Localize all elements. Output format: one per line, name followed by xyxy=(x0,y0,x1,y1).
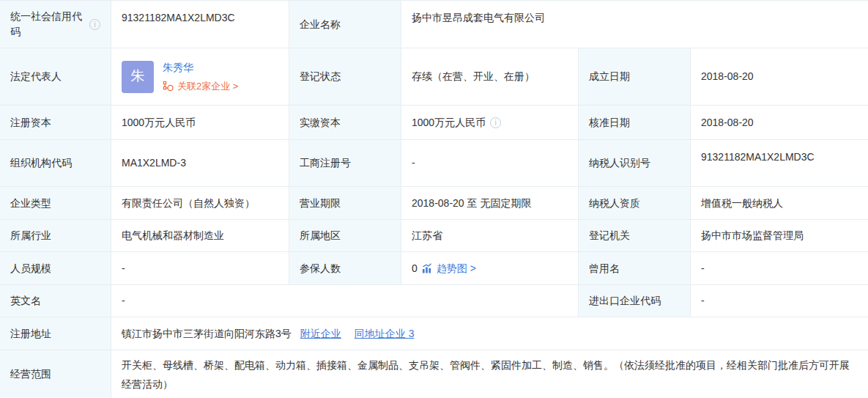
field-value-org-code: MA1X2LMD-3 xyxy=(111,140,289,187)
field-value-biz-scope: 开关柜、母线槽、桥架、配电箱、动力箱、插接箱、金属制品、支吊架、管阀件、紧固件加… xyxy=(111,350,868,398)
field-label-industry: 所属行业 xyxy=(0,220,111,252)
region-label: 所属地区 xyxy=(300,228,341,243)
biz-scope-value: 开关柜、母线槽、桥架、配电箱、动力箱、插接箱、金属制品、支吊架、管阀件、紧固件加… xyxy=(122,355,858,394)
reg-address-label: 注册地址 xyxy=(10,326,51,342)
former-name-label: 曾用名 xyxy=(589,261,620,276)
field-label-reg-capital: 注册资本 xyxy=(0,106,111,140)
field-value-reg-status: 存续（在营、开业、在册） xyxy=(401,48,579,106)
reg-authority-label: 登记机关 xyxy=(589,228,630,243)
industry-label: 所属行业 xyxy=(10,228,51,243)
field-value-region: 江苏省 xyxy=(401,220,579,252)
field-value-reg-authority: 扬中市市场监督管理局 xyxy=(691,220,868,252)
company-type-label: 企业类型 xyxy=(10,196,51,211)
field-value-import-export-code: - xyxy=(691,285,868,317)
english-name-value: - xyxy=(122,293,125,309)
field-value-biz-reg-no: - xyxy=(401,140,579,187)
field-label-credit-code: 统一社会信用代码 i xyxy=(0,1,111,48)
field-label-insured-count: 参保人数 xyxy=(289,252,401,285)
field-value-biz-term: 2018-08-20 至 无固定期限 xyxy=(401,187,579,220)
field-label-staff-size: 人员规模 xyxy=(0,252,111,285)
field-value-company-type: 有限责任公司（自然人独资） xyxy=(111,187,289,220)
field-value-approval-date: 2018-08-20 xyxy=(691,106,868,140)
paid-capital-label: 实缴资本 xyxy=(300,115,341,130)
field-label-company-name: 企业名称 xyxy=(289,1,401,48)
field-value-former-name: - xyxy=(691,252,868,285)
field-value-taxpayer-quality: 增值税一般纳税人 xyxy=(691,187,868,220)
biz-scope-label: 经营范围 xyxy=(10,366,51,382)
staff-size-value: - xyxy=(122,261,125,276)
reg-status-value: 存续（在营、开业、在册） xyxy=(412,69,535,84)
reg-capital-label: 注册资本 xyxy=(10,115,51,130)
field-value-taxpayer-id: 91321182MA1X2LMD3C xyxy=(691,140,868,187)
import-export-code-value: - xyxy=(701,293,705,309)
info-icon[interactable]: i xyxy=(490,117,501,128)
paid-capital-value: 1000万元人民币 xyxy=(412,115,486,130)
field-label-approval-date: 核准日期 xyxy=(579,106,691,140)
field-label-region: 所属地区 xyxy=(289,220,401,252)
field-label-biz-term: 营业期限 xyxy=(289,187,401,220)
reg-address-value: 镇江市扬中市三茅街道向阳河东路3号 xyxy=(122,326,292,342)
org-code-value: MA1X2LMD-3 xyxy=(122,155,186,171)
field-label-import-export-code: 进出口企业代码 xyxy=(579,285,691,317)
org-code-label: 组织机构代码 xyxy=(10,155,72,171)
establish-date-label: 成立日期 xyxy=(589,69,630,84)
field-label-english-name: 英文名 xyxy=(0,285,111,317)
biz-term-label: 营业期限 xyxy=(300,196,341,211)
biz-reg-no-label: 工商注册号 xyxy=(300,155,351,171)
field-label-biz-reg-no: 工商注册号 xyxy=(289,140,401,187)
field-label-biz-scope: 经营范围 xyxy=(0,350,111,398)
nearby-companies-link[interactable]: 附近企业 xyxy=(300,326,341,342)
related-companies-link[interactable]: 关联2家企业 > xyxy=(177,79,238,94)
field-value-insured-count: 0 趋势图 > xyxy=(401,252,579,285)
import-export-code-label: 进出口企业代码 xyxy=(589,293,661,309)
trend-chart-link[interactable]: 趋势图 > xyxy=(437,261,476,276)
reg-capital-value: 1000万元人民币 xyxy=(122,115,196,130)
legal-rep-name-link[interactable]: 朱秀华 xyxy=(163,60,238,75)
field-label-taxpayer-id: 纳税人识别号 xyxy=(579,140,691,187)
field-label-taxpayer-quality: 纳税人资质 xyxy=(579,187,691,220)
field-value-industry: 电气机械和器材制造业 xyxy=(111,220,289,252)
taxpayer-quality-value: 增值税一般纳税人 xyxy=(701,196,783,211)
field-value-reg-address: 镇江市扬中市三茅街道向阳河东路3号 附近企业 同地址企业 3 xyxy=(111,317,868,350)
field-label-reg-address: 注册地址 xyxy=(0,317,111,350)
credit-code-label: 统一社会信用代码 xyxy=(10,9,85,40)
industry-value: 电气机械和器材制造业 xyxy=(122,228,224,243)
credit-code-value: 91321182MA1X2LMD3C xyxy=(122,10,235,26)
taxpayer-id-value: 91321182MA1X2LMD3C xyxy=(701,150,815,165)
approval-date-label: 核准日期 xyxy=(589,115,630,130)
approval-date-value: 2018-08-20 xyxy=(701,115,754,130)
insured-count-value: 0 xyxy=(412,261,418,276)
taxpayer-quality-label: 纳税人资质 xyxy=(589,196,640,211)
legal-rep-avatar[interactable]: 朱 xyxy=(122,61,154,93)
english-name-label: 英文名 xyxy=(10,293,41,309)
info-icon[interactable]: i xyxy=(89,19,100,30)
field-value-english-name: - xyxy=(111,285,579,317)
company-name-value: 扬中市昱昂成套电气有限公司 xyxy=(412,10,545,26)
field-label-establish-date: 成立日期 xyxy=(579,48,691,106)
trend-chart-icon xyxy=(422,263,432,273)
field-label-legal-rep: 法定代表人 xyxy=(0,48,111,106)
field-value-establish-date: 2018-08-20 xyxy=(691,48,868,106)
related-companies-icon xyxy=(163,81,174,92)
former-name-value: - xyxy=(701,261,705,276)
establish-date-value: 2018-08-20 xyxy=(701,69,754,84)
staff-size-label: 人员规模 xyxy=(10,261,51,276)
field-label-reg-status: 登记状态 xyxy=(289,48,401,106)
field-label-org-code: 组织机构代码 xyxy=(0,140,111,187)
field-label-paid-capital: 实缴资本 xyxy=(289,106,401,140)
field-value-company-name: 扬中市昱昂成套电气有限公司 xyxy=(401,1,868,48)
field-value-paid-capital: 1000万元人民币 i xyxy=(401,106,579,140)
reg-status-label: 登记状态 xyxy=(300,69,341,84)
field-label-reg-authority: 登记机关 xyxy=(579,220,691,252)
region-value: 江苏省 xyxy=(412,228,442,243)
legal-rep-label: 法定代表人 xyxy=(10,69,62,84)
biz-term-value: 2018-08-20 至 无固定期限 xyxy=(412,196,531,211)
company-info-table: 统一社会信用代码 i 91321182MA1X2LMD3C 企业名称 扬中市昱昂… xyxy=(0,0,868,398)
field-label-company-type: 企业类型 xyxy=(0,187,111,220)
company-type-value: 有限责任公司（自然人独资） xyxy=(122,196,255,211)
company-name-label: 企业名称 xyxy=(300,17,341,32)
field-value-reg-capital: 1000万元人民币 xyxy=(111,106,289,140)
field-label-former-name: 曾用名 xyxy=(579,252,691,285)
same-address-companies-link[interactable]: 同地址企业 3 xyxy=(355,326,415,342)
field-value-credit-code: 91321182MA1X2LMD3C xyxy=(111,1,289,48)
